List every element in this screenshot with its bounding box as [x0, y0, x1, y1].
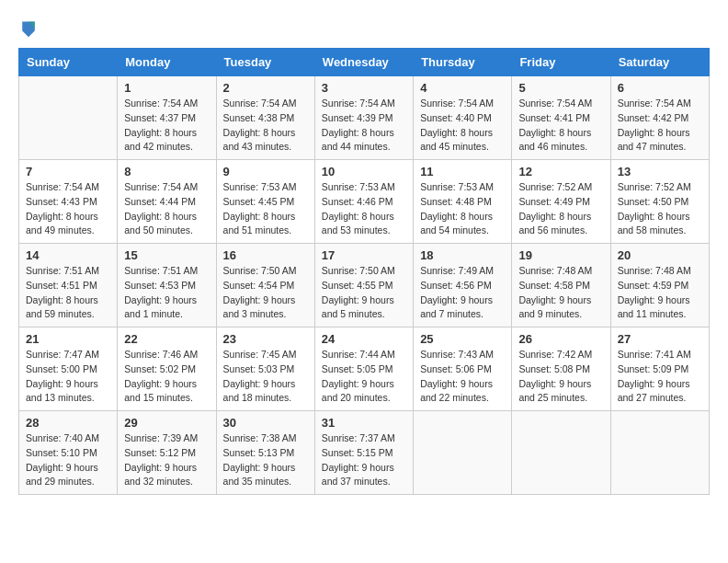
calendar-cell: 3Sunrise: 7:54 AMSunset: 4:39 PMDaylight…	[314, 76, 413, 160]
day-number: 23	[223, 332, 308, 346]
day-number: 14	[26, 248, 110, 262]
header-cell-tuesday: Tuesday	[216, 49, 314, 76]
calendar-cell: 17Sunrise: 7:50 AMSunset: 4:55 PMDayligh…	[314, 244, 413, 327]
day-info: Sunrise: 7:54 AMSunset: 4:40 PMDaylight:…	[420, 97, 505, 155]
day-number: 8	[124, 165, 209, 178]
calendar-cell: 25Sunrise: 7:43 AMSunset: 5:06 PMDayligh…	[414, 327, 512, 411]
calendar-cell: 26Sunrise: 7:42 AMSunset: 5:08 PMDayligh…	[512, 327, 610, 411]
calendar-cell	[610, 411, 709, 495]
day-info: Sunrise: 7:42 AMSunset: 5:08 PMDaylight:…	[518, 348, 603, 406]
calendar-cell: 15Sunrise: 7:51 AMSunset: 4:53 PMDayligh…	[118, 244, 216, 327]
calendar-cell: 14Sunrise: 7:51 AMSunset: 4:51 PMDayligh…	[19, 244, 118, 327]
calendar-cell: 18Sunrise: 7:49 AMSunset: 4:56 PMDayligh…	[414, 244, 512, 327]
calendar-cell	[19, 76, 118, 160]
day-info: Sunrise: 7:54 AMSunset: 4:37 PMDaylight:…	[124, 97, 209, 155]
day-info: Sunrise: 7:40 AMSunset: 5:10 PMDaylight:…	[26, 431, 110, 489]
day-info: Sunrise: 7:43 AMSunset: 5:06 PMDaylight:…	[420, 348, 505, 406]
day-number: 18	[420, 248, 505, 262]
day-info: Sunrise: 7:46 AMSunset: 5:02 PMDaylight:…	[124, 348, 209, 406]
header-cell-saturday: Saturday	[610, 49, 709, 76]
calendar-table: SundayMondayTuesdayWednesdayThursdayFrid…	[18, 48, 710, 495]
day-number: 13	[618, 165, 702, 178]
day-info: Sunrise: 7:54 AMSunset: 4:38 PMDaylight:…	[223, 97, 308, 155]
day-number: 27	[618, 332, 702, 346]
day-number: 5	[518, 81, 603, 95]
calendar-cell: 4Sunrise: 7:54 AMSunset: 4:40 PMDaylight…	[414, 76, 512, 160]
day-number: 22	[124, 332, 209, 346]
calendar-body: 1Sunrise: 7:54 AMSunset: 4:37 PMDaylight…	[19, 76, 710, 495]
calendar-cell: 24Sunrise: 7:44 AMSunset: 5:05 PMDayligh…	[314, 327, 413, 411]
day-info: Sunrise: 7:53 AMSunset: 4:46 PMDaylight:…	[322, 180, 406, 238]
day-info: Sunrise: 7:41 AMSunset: 5:09 PMDaylight:…	[618, 348, 702, 406]
header-cell-friday: Friday	[512, 49, 610, 76]
day-number: 30	[223, 416, 308, 430]
calendar-week-5: 28Sunrise: 7:40 AMSunset: 5:10 PMDayligh…	[19, 411, 710, 495]
day-number: 9	[223, 165, 308, 178]
calendar-cell: 27Sunrise: 7:41 AMSunset: 5:09 PMDayligh…	[610, 327, 709, 411]
day-number: 28	[26, 416, 110, 430]
calendar-cell: 29Sunrise: 7:39 AMSunset: 5:12 PMDayligh…	[118, 411, 216, 495]
calendar-cell: 7Sunrise: 7:54 AMSunset: 4:43 PMDaylight…	[19, 160, 118, 244]
day-number: 20	[618, 248, 702, 262]
calendar-cell: 10Sunrise: 7:53 AMSunset: 4:46 PMDayligh…	[314, 160, 413, 244]
day-number: 12	[518, 165, 603, 178]
day-info: Sunrise: 7:51 AMSunset: 4:51 PMDaylight:…	[26, 264, 110, 322]
calendar-cell	[414, 411, 512, 495]
day-number: 29	[124, 416, 209, 430]
calendar-cell: 16Sunrise: 7:50 AMSunset: 4:54 PMDayligh…	[216, 244, 314, 327]
calendar-week-2: 7Sunrise: 7:54 AMSunset: 4:43 PMDaylight…	[19, 160, 710, 244]
calendar-cell	[512, 411, 610, 495]
calendar-cell: 11Sunrise: 7:53 AMSunset: 4:48 PMDayligh…	[414, 160, 512, 244]
header-cell-wednesday: Wednesday	[314, 49, 413, 76]
header-cell-thursday: Thursday	[414, 49, 512, 76]
day-info: Sunrise: 7:51 AMSunset: 4:53 PMDaylight:…	[124, 264, 209, 322]
day-info: Sunrise: 7:52 AMSunset: 4:49 PMDaylight:…	[518, 180, 603, 238]
day-number: 19	[518, 248, 603, 262]
calendar-cell: 12Sunrise: 7:52 AMSunset: 4:49 PMDayligh…	[512, 160, 610, 244]
day-info: Sunrise: 7:37 AMSunset: 5:15 PMDaylight:…	[322, 431, 406, 489]
calendar-cell: 21Sunrise: 7:47 AMSunset: 5:00 PMDayligh…	[19, 327, 118, 411]
calendar-cell: 23Sunrise: 7:45 AMSunset: 5:03 PMDayligh…	[216, 327, 314, 411]
day-info: Sunrise: 7:54 AMSunset: 4:39 PMDaylight:…	[322, 97, 406, 155]
day-info: Sunrise: 7:47 AMSunset: 5:00 PMDaylight:…	[26, 348, 110, 406]
day-info: Sunrise: 7:53 AMSunset: 4:48 PMDaylight:…	[420, 180, 505, 238]
day-info: Sunrise: 7:44 AMSunset: 5:05 PMDaylight:…	[322, 348, 406, 406]
day-number: 11	[420, 165, 505, 178]
calendar-week-1: 1Sunrise: 7:54 AMSunset: 4:37 PMDaylight…	[19, 76, 710, 160]
day-info: Sunrise: 7:39 AMSunset: 5:12 PMDaylight:…	[124, 431, 209, 489]
day-info: Sunrise: 7:54 AMSunset: 4:43 PMDaylight:…	[26, 180, 110, 238]
day-number: 21	[26, 332, 110, 346]
calendar-cell: 28Sunrise: 7:40 AMSunset: 5:10 PMDayligh…	[19, 411, 118, 495]
calendar-cell: 13Sunrise: 7:52 AMSunset: 4:50 PMDayligh…	[610, 160, 709, 244]
day-info: Sunrise: 7:50 AMSunset: 4:55 PMDaylight:…	[322, 264, 406, 322]
calendar-header: SundayMondayTuesdayWednesdayThursdayFrid…	[19, 49, 710, 76]
logo-icon	[20, 18, 37, 39]
calendar-cell: 20Sunrise: 7:48 AMSunset: 4:59 PMDayligh…	[610, 244, 709, 327]
logo	[18, 18, 40, 39]
day-info: Sunrise: 7:54 AMSunset: 4:44 PMDaylight:…	[124, 180, 209, 238]
day-number: 17	[322, 248, 406, 262]
day-info: Sunrise: 7:53 AMSunset: 4:45 PMDaylight:…	[223, 180, 308, 238]
day-number: 7	[26, 165, 110, 178]
day-number: 25	[420, 332, 505, 346]
calendar-week-3: 14Sunrise: 7:51 AMSunset: 4:51 PMDayligh…	[19, 244, 710, 327]
day-number: 4	[420, 81, 505, 95]
calendar-cell: 31Sunrise: 7:37 AMSunset: 5:15 PMDayligh…	[314, 411, 413, 495]
header-row: SundayMondayTuesdayWednesdayThursdayFrid…	[19, 49, 710, 76]
day-info: Sunrise: 7:49 AMSunset: 4:56 PMDaylight:…	[420, 264, 505, 322]
day-info: Sunrise: 7:38 AMSunset: 5:13 PMDaylight:…	[223, 431, 308, 489]
day-info: Sunrise: 7:52 AMSunset: 4:50 PMDaylight:…	[618, 180, 702, 238]
day-number: 2	[223, 81, 308, 95]
day-info: Sunrise: 7:45 AMSunset: 5:03 PMDaylight:…	[223, 348, 308, 406]
day-info: Sunrise: 7:54 AMSunset: 4:41 PMDaylight:…	[518, 97, 603, 155]
calendar-cell: 6Sunrise: 7:54 AMSunset: 4:42 PMDaylight…	[610, 76, 709, 160]
day-number: 10	[322, 165, 406, 178]
day-info: Sunrise: 7:54 AMSunset: 4:42 PMDaylight:…	[618, 97, 702, 155]
day-number: 3	[322, 81, 406, 95]
day-number: 15	[124, 248, 209, 262]
calendar-cell: 22Sunrise: 7:46 AMSunset: 5:02 PMDayligh…	[118, 327, 216, 411]
header-cell-sunday: Sunday	[19, 49, 118, 76]
calendar-cell: 2Sunrise: 7:54 AMSunset: 4:38 PMDaylight…	[216, 76, 314, 160]
day-number: 6	[618, 81, 702, 95]
day-info: Sunrise: 7:48 AMSunset: 4:58 PMDaylight:…	[518, 264, 603, 322]
